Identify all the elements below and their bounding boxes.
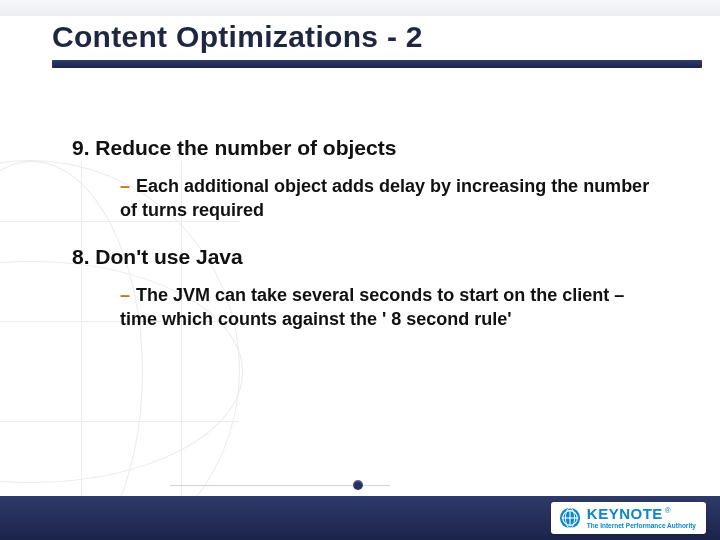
point-heading: 8. Don't use Java xyxy=(72,245,660,269)
keynote-mark-icon xyxy=(559,507,581,529)
keynote-logo: KEYNOTE® The Internet Performance Author… xyxy=(551,502,706,534)
title-underline-bar xyxy=(52,60,702,68)
point-heading: 9. Reduce the number of objects xyxy=(72,136,660,160)
registered-mark-icon: ® xyxy=(665,506,671,515)
footer-bar: KEYNOTE® The Internet Performance Author… xyxy=(0,496,720,540)
point-sub: –Each additional object adds delay by in… xyxy=(120,174,660,223)
point-sub-text: The JVM can take several seconds to star… xyxy=(120,285,624,329)
keynote-logo-text: KEYNOTE® The Internet Performance Author… xyxy=(587,506,696,530)
slide-title: Content Optimizations - 2 xyxy=(52,20,423,54)
bullet-dash-icon: – xyxy=(120,176,130,196)
point-sub: –The JVM can take several seconds to sta… xyxy=(120,283,660,332)
slide-body: 9. Reduce the number of objects –Each ad… xyxy=(72,136,660,353)
top-stripe xyxy=(0,0,720,16)
keynote-tagline: The Internet Performance Authority xyxy=(587,523,696,530)
point-sub-text: Each additional object adds delay by inc… xyxy=(120,176,649,220)
bullet-dash-icon: – xyxy=(120,285,130,305)
footer-dot-icon xyxy=(353,480,363,490)
keynote-wordmark: KEYNOTE xyxy=(587,505,663,522)
